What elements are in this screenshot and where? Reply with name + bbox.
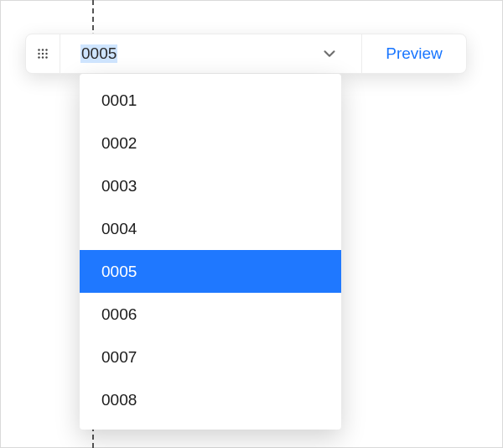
- svg-point-2: [45, 49, 47, 50]
- dropdown-item-label: 0008: [101, 391, 137, 409]
- dropdown-item[interactable]: 0003: [80, 164, 341, 207]
- preview-button-label: Preview: [386, 44, 443, 63]
- dropdown-item-label: 0001: [101, 91, 137, 110]
- dropdown-item[interactable]: 0001: [80, 79, 341, 122]
- dropdown-item-label: 0002: [101, 134, 137, 153]
- dropdown-item-label: 0007: [101, 348, 137, 367]
- chevron-down-icon: [318, 42, 341, 65]
- row-select-value: 0005: [80, 44, 117, 64]
- svg-point-7: [42, 56, 44, 58]
- dropdown-item[interactable]: 0004: [80, 207, 341, 250]
- dropdown-item[interactable]: 0008: [80, 378, 341, 421]
- dropdown-item[interactable]: 0007: [80, 336, 341, 378]
- row-control-bar: 0005 Preview: [25, 34, 467, 74]
- dropdown-item[interactable]: 0006: [80, 293, 341, 336]
- drag-handle[interactable]: [26, 34, 60, 73]
- svg-point-3: [38, 53, 39, 55]
- svg-point-8: [45, 56, 47, 58]
- row-select[interactable]: 0005: [60, 34, 362, 73]
- svg-point-6: [38, 56, 39, 58]
- svg-point-5: [45, 53, 47, 55]
- dropdown-item[interactable]: 0005: [80, 250, 341, 293]
- preview-button[interactable]: Preview: [362, 34, 466, 73]
- dropdown-item-label: 0003: [101, 177, 137, 195]
- drag-handle-icon: [37, 48, 49, 60]
- dropdown-item-label: 0004: [101, 220, 137, 238]
- row-select-dropdown: 00010002000300040005000600070008: [80, 74, 341, 430]
- svg-point-0: [38, 49, 39, 50]
- dropdown-item-label: 0005: [101, 263, 137, 281]
- dropdown-item-label: 0006: [101, 305, 137, 324]
- dropdown-item[interactable]: 0002: [80, 122, 341, 164]
- svg-point-1: [42, 49, 44, 50]
- svg-point-4: [42, 53, 44, 55]
